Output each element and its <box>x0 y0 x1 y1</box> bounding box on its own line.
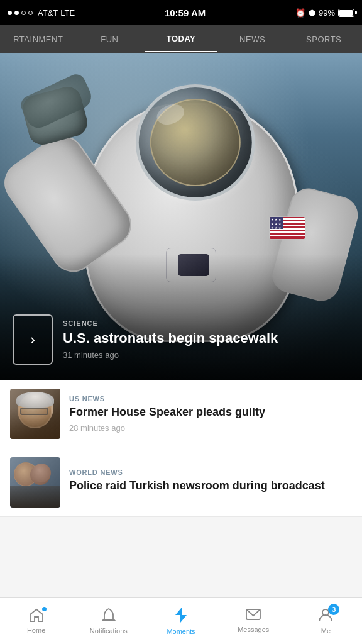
news-content-2: WORLD NEWS Police raid Turkish newsroom … <box>69 469 352 496</box>
hero-article-text: SCIENCE U.S. astronauts begin spacewalk … <box>63 319 349 360</box>
hero-time: 31 minutes ago <box>63 350 349 360</box>
hero-title: U.S. astronauts begin spacewalk <box>63 330 349 347</box>
news-thumb-1 <box>10 389 60 439</box>
nav-home[interactable]: Home <box>0 603 72 639</box>
tab-sports[interactable]: SPORTS <box>288 27 359 52</box>
moments-label: Moments <box>167 628 195 635</box>
tab-news[interactable]: NEWS <box>217 27 288 52</box>
news-thumb-2 <box>10 457 60 508</box>
home-icon <box>29 608 44 625</box>
carrier-label: AT&T <box>38 8 58 18</box>
svg-marker-0 <box>175 608 187 623</box>
notifications-icon <box>102 608 116 625</box>
nav-moments[interactable]: Moments <box>145 602 217 640</box>
tab-entertainment[interactable]: RTAINMENT <box>3 27 74 52</box>
hero-article-info[interactable]: › SCIENCE U.S. astronauts begin spacewal… <box>13 314 349 365</box>
news-content-1: US NEWS Former House Speaker pleads guil… <box>69 395 352 432</box>
signal-dot-4 <box>28 11 33 15</box>
signal-dot-2 <box>14 11 19 15</box>
news-list: US NEWS Former House Speaker pleads guil… <box>0 380 362 517</box>
home-label: Home <box>27 626 45 634</box>
nav-messages[interactable]: Messages <box>217 604 290 638</box>
battery-percent: 99% <box>319 8 335 18</box>
hero-article[interactable]: ★★★★★★★★★ › SCIENCE U.S. astronauts begi… <box>0 53 362 380</box>
flag-patch: ★★★★★★★★★ <box>269 216 305 240</box>
messages-icon <box>246 609 261 624</box>
hero-category: SCIENCE <box>63 319 349 327</box>
news-category-2: WORLD NEWS <box>69 469 352 476</box>
bottom-spacer <box>0 517 362 564</box>
hero-arrow-box[interactable]: › <box>13 314 53 365</box>
bottom-nav: Home Notifications Moments Messages <box>0 597 362 644</box>
battery-icon <box>338 9 354 17</box>
moments-icon <box>175 607 187 626</box>
status-bar: AT&T LTE 10:59 AM ⏰ ⬢ 99% <box>0 0 362 25</box>
me-icon: 3 <box>318 608 333 625</box>
news-category-1: US NEWS <box>69 395 352 402</box>
bluetooth-icon: ⬢ <box>309 8 315 18</box>
news-title-1: Former House Speaker pleads guilty <box>69 405 352 419</box>
alarm-icon: ⏰ <box>295 8 305 18</box>
news-title-2: Police raid Turkish newsroom during broa… <box>69 479 352 493</box>
home-dot <box>42 607 47 611</box>
news-item-1[interactable]: US NEWS Former House Speaker pleads guil… <box>0 380 362 448</box>
me-badge: 3 <box>328 604 339 615</box>
status-left: AT&T LTE <box>8 8 75 18</box>
tab-today[interactable]: TODAY <box>145 26 217 52</box>
network-label: LTE <box>60 8 75 18</box>
news-item-2[interactable]: WORLD NEWS Police raid Turkish newsroom … <box>0 448 362 517</box>
status-right: ⏰ ⬢ 99% <box>295 8 354 18</box>
messages-label: Messages <box>238 626 269 633</box>
time-display: 10:59 AM <box>165 8 206 18</box>
nav-me[interactable]: 3 Me <box>290 602 362 640</box>
signal-dot-3 <box>21 11 26 15</box>
tab-fun[interactable]: FUN <box>74 27 146 52</box>
news-time-1: 28 minutes ago <box>69 423 352 433</box>
hero-arrow-icon: › <box>30 331 35 348</box>
notifications-label: Notifications <box>90 627 128 635</box>
battery-fill <box>339 10 353 16</box>
nav-notifications[interactable]: Notifications <box>72 602 145 640</box>
signal-dot-1 <box>8 11 12 15</box>
top-tab-bar: RTAINMENT FUN TODAY NEWS SPORTS <box>0 25 362 53</box>
me-label: Me <box>321 627 331 635</box>
